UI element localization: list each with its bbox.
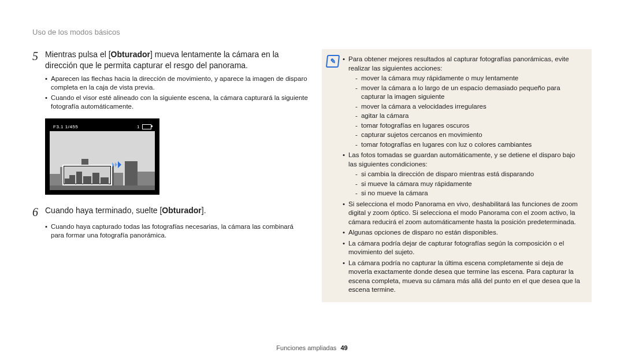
note-list: Para obtener mejores resultados al captu…: [343, 55, 585, 295]
note-subitem: tomar fotografías en lugares con luz o c…: [355, 140, 585, 150]
note-subitem: mover la cámara muy rápidamente o muy le…: [355, 74, 585, 83]
note-box: ✎ Para obtener mejores resultados al cap…: [322, 49, 592, 302]
note-sublist: si cambia la dirección de disparo mientr…: [348, 170, 585, 198]
note-subitem: si no mueve la cámara: [355, 189, 585, 198]
note-subitem: si cambia la dirección de disparo mientr…: [355, 170, 585, 179]
note-item: La cámara podría no capturar la última e…: [343, 259, 585, 295]
note-item: Algunas opciones de disparo no están dis…: [343, 228, 585, 237]
note-subitem: tomar fotografías en lugares oscuros: [355, 121, 585, 131]
page-number: 49: [340, 344, 347, 351]
step5-pre: Mientras pulsa el [: [45, 50, 111, 59]
step6-bullets: Cuando haya capturado todas las fotograf…: [32, 222, 308, 240]
exposure-readout: F3.1 1/455: [53, 124, 78, 129]
note-icon: ✎: [326, 55, 340, 68]
camera-preview-illustration: F3.1 1/455 1: [45, 118, 159, 195]
preview-scene: [50, 131, 155, 190]
bullet: Aparecen las flechas hacia la dirección …: [45, 75, 308, 92]
page-header: Uso de los modos básicos: [32, 28, 592, 36]
note-text: Para obtener mejores resultados al captu…: [348, 55, 569, 72]
note-text: Las fotos tomadas se guardan automáticam…: [348, 151, 575, 168]
note-item: Para obtener mejores resultados al captu…: [343, 55, 585, 149]
battery-icon: [142, 124, 151, 129]
right-column: ✎ Para obtener mejores resultados al cap…: [322, 49, 592, 302]
counter-icon: 1: [137, 124, 140, 129]
footer-section: Funciones ampliadas: [276, 344, 336, 351]
manual-page: Uso de los modos básicos 5 Mientras puls…: [0, 0, 624, 364]
step-number: 6: [32, 205, 45, 219]
note-item: Si selecciona el modo Panorama en vivo, …: [343, 200, 585, 227]
step-number: 5: [32, 49, 45, 63]
panorama-thumbnail: [62, 165, 112, 185]
left-column: 5 Mientras pulsa el [Obturador] mueva le…: [32, 49, 308, 302]
step-6: 6 Cuando haya terminado, suelte [Obturad…: [32, 205, 308, 219]
note-item: La cámara podría dejar de capturar fotog…: [343, 239, 585, 257]
step5-bullets: Aparecen las flechas hacia la dirección …: [32, 75, 308, 112]
two-column-layout: 5 Mientras pulsa el [Obturador] mueva le…: [32, 49, 592, 302]
step5-bold: Obturador: [111, 50, 150, 59]
preview-status-bar: F3.1 1/455 1: [50, 123, 155, 131]
bullet: Cuando el visor esté alineado con la sig…: [45, 94, 308, 112]
note-subitem: agitar la cámara: [355, 112, 585, 121]
bullet: Cuando haya capturado todas las fotograf…: [45, 222, 308, 240]
note-subitem: si mueve la cámara muy rápidamente: [355, 180, 585, 189]
note-subitem: mover la cámara a lo largo de un espacio…: [355, 84, 585, 102]
page-footer: Funciones ampliadas 49: [0, 344, 624, 351]
step6-post: ].: [202, 206, 206, 215]
step-text: Cuando haya terminado, suelte [Obturador…: [45, 205, 206, 216]
note-subitem: mover la cámara a velocidades irregulare…: [355, 102, 585, 112]
preview-inner: F3.1 1/455 1: [50, 123, 155, 190]
step6-bold: Obturador: [162, 206, 201, 215]
step-text: Mientras pulsa el [Obturador] mueva lent…: [45, 49, 308, 71]
note-sublist: mover la cámara muy rápidamente o muy le…: [348, 74, 585, 149]
step6-pre: Cuando haya terminado, suelte [: [45, 206, 162, 215]
step-5: 5 Mientras pulsa el [Obturador] mueva le…: [32, 49, 308, 71]
note-subitem: capturar sujetos cercanos en movimiento: [355, 131, 585, 140]
direction-arrow-icon: [112, 161, 121, 168]
street-icon: [50, 185, 155, 190]
note-item: Las fotos tomadas se guardan automáticam…: [343, 151, 585, 198]
